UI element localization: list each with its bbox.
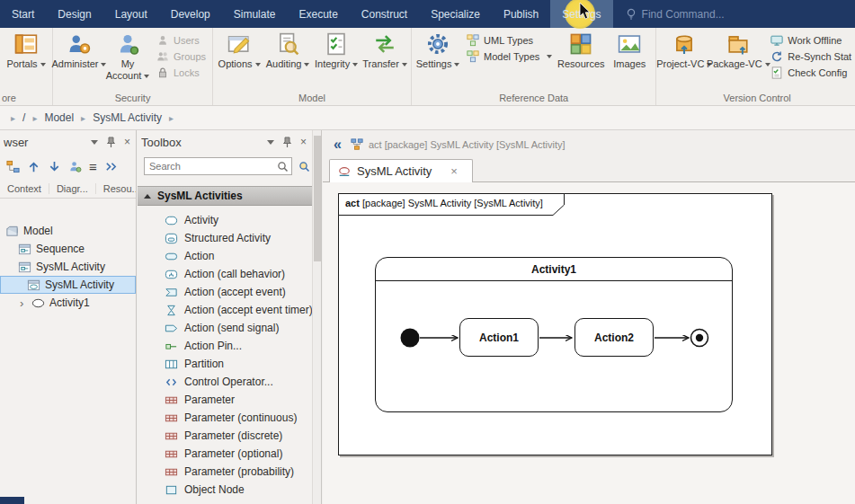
pin-icon[interactable] [106,137,116,148]
action-accept-event-icon [165,286,178,299]
search-icon[interactable] [277,161,289,172]
diagram-frame[interactable]: act [package] SysML Activity [SysML Acti… [338,193,772,455]
administer-button[interactable]: Administer [55,28,103,70]
tree-item-sysml-activity-diagram[interactable]: SysML Activity [0,276,136,294]
menu-item-simulate[interactable]: Simulate [222,0,288,28]
toolbox-item-control-operator[interactable]: Control Operator... [138,373,312,391]
locks-button[interactable]: Locks [156,66,206,79]
options-button[interactable]: Options [215,28,263,70]
groups-button[interactable]: Groups [156,50,206,63]
check-configuration-button[interactable]: Check Config [770,66,851,79]
move-down-icon[interactable] [48,160,61,173]
chevron-right-icon[interactable]: ▸ [11,113,15,123]
find-toolbox-item-icon[interactable] [298,161,310,172]
toolbox-search-box [144,157,292,175]
panel-menu-icon[interactable] [267,140,274,145]
toolbox-item-parameter-probability[interactable]: Parameter (probability) [138,463,312,481]
uml-types-button[interactable]: UML Types [467,34,552,47]
portals-button[interactable]: Portals [2,28,50,70]
chevron-right-icon[interactable]: ▸ [32,113,37,123]
resynch-status-button[interactable]: Re-Synch Stat [770,50,851,63]
action1-shape[interactable]: Action1 [459,318,539,357]
menu-item-execute[interactable]: Execute [287,0,349,28]
toolbox-item-action-accept-event[interactable]: Action (accept event) [138,283,312,301]
menu-item-develop[interactable]: Develop [159,0,222,28]
toolbox-item-action[interactable]: Action [138,247,312,265]
toolbox-item-object-node[interactable]: Object Node [138,481,312,499]
images-button[interactable]: Images [605,28,654,70]
toolbox-item-structured-activity[interactable]: Structured Activity [138,229,312,247]
toolbox-scrollbar[interactable] [312,130,322,504]
toolbox-panel-title: Toolbox [141,136,267,149]
menu-item-start[interactable]: Start [0,0,46,28]
toolbox-item-action-send-signal[interactable]: Action (send signal) [138,319,312,337]
hierarchy-icon[interactable] [6,160,20,173]
toolbox-item-partition[interactable]: Partition [138,355,312,373]
tree-item-sequence[interactable]: Sequence [0,240,136,258]
tree-item-activity1[interactable]: › Activity1 [0,294,136,312]
integrity-button[interactable]: Integrity [312,28,361,70]
toolbox-item-parameter-discrete[interactable]: Parameter (discrete) [138,427,312,445]
package-vc-button[interactable]: Package-VC [710,28,766,70]
browser-tab-diagram[interactable]: Diagr... [49,183,96,194]
toolbox-section-sysml-activities[interactable]: SysML Activities [138,186,312,206]
panel-menu-icon[interactable] [91,140,98,145]
diagram-nav-tab[interactable]: act [package] SysML Activity [SysML Acti… [351,138,566,151]
reference-small-buttons: UML Types Model Types [462,28,557,63]
scrollbar-thumb[interactable] [314,136,321,261]
transfer-button[interactable]: Transfer [361,28,409,70]
resources-icon [569,32,592,56]
doc-tab-sysml-activity[interactable]: SysML Activity × [329,159,473,182]
ribbon-group-label: Version Control [656,93,855,103]
auditing-button[interactable]: Auditing [263,28,312,70]
menu-item-settings[interactable]: Settings [550,0,612,28]
collapse-all-icon[interactable] [104,160,118,173]
project-vc-button[interactable]: Project-VC [658,28,710,70]
toolbox-item-action-call-behavior[interactable]: Action (call behavior) [138,265,312,283]
menu-item-specialize[interactable]: Specialize [419,0,492,28]
my-account-button[interactable]: My Account [103,28,152,81]
breadcrumb-item-model[interactable]: Model [44,111,74,124]
users-button[interactable]: Users [156,34,206,47]
chevron-right-icon[interactable]: ▸ [81,113,85,123]
activity-diagram-icon [27,279,40,292]
browser-tab-resources[interactable]: Resou... [96,183,137,194]
toolbox-item-action-pin[interactable]: Action Pin... [138,337,312,355]
browser-tab-context[interactable]: Context [0,183,49,194]
close-tab-icon[interactable]: × [450,164,458,178]
user-refresh-icon[interactable] [68,160,82,173]
close-icon[interactable]: × [300,137,307,147]
action-pin-icon [165,340,178,353]
resources-button[interactable]: Resources [557,28,605,70]
activity1-shape[interactable]: Activity1 Action1 Action2 [375,257,733,412]
menu-item-publish[interactable]: Publish [492,0,550,28]
breadcrumb-root[interactable]: / [22,111,25,124]
parameter-discrete-icon [165,429,178,443]
close-icon[interactable]: × [124,137,130,147]
hamburger-menu-icon[interactable]: ≡ [89,160,97,173]
settings-button[interactable]: Settings [414,28,462,70]
pin-icon[interactable] [282,137,292,148]
toolbox-item-parameter-continuous[interactable]: Parameter (continuous) [138,409,312,427]
menu-item-design[interactable]: Design [46,0,102,28]
expander-icon[interactable]: › [20,296,27,310]
toolbox-item-action-accept-event-timer[interactable]: Action (accept event timer) [138,301,312,319]
chevron-right-icon[interactable]: ▸ [169,113,174,123]
breadcrumb-item-sysml-activity[interactable]: SysML Activity [93,111,162,124]
back-chevrons-icon[interactable]: « [334,137,342,153]
diagram-canvas[interactable]: act [package] SysML Activity [SysML Acti… [323,182,855,504]
tree-item-sysml-activity-package[interactable]: SysML Activity [0,258,136,276]
toolbox-search-input[interactable] [149,161,277,172]
model-types-button[interactable]: Model Types [467,50,552,63]
move-up-icon[interactable] [27,160,40,173]
tree-item-model-root[interactable]: Model [0,222,136,240]
lightbulb-icon [626,8,637,21]
toolbox-item-parameter[interactable]: Parameter [138,391,312,409]
menu-item-construct[interactable]: Construct [350,0,419,28]
work-offline-button[interactable]: Work Offline [770,34,851,47]
toolbox-item-activity[interactable]: Activity [138,211,312,229]
menu-item-layout[interactable]: Layout [103,0,159,28]
find-command[interactable]: Find Command... [617,0,734,28]
action2-shape[interactable]: Action2 [574,318,654,357]
toolbox-item-parameter-optional[interactable]: Parameter (optional) [138,445,312,463]
